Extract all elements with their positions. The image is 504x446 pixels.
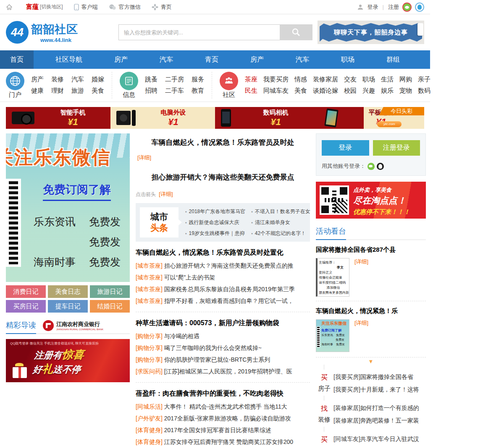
headline-link[interactable]: 42个不能忘记的名字！ [251, 230, 310, 237]
community-link[interactable]: 生活 [381, 76, 394, 83]
register-link[interactable]: 注册 [388, 3, 399, 11]
register-login-button[interactable]: 注册登录 [373, 140, 420, 156]
nav-item-community-guide[interactable]: 社区导航 [45, 50, 92, 69]
list-item[interactable]: [购物分享]与冷喝的相遇 [136, 330, 310, 342]
topic-tag[interactable]: [同城车友] [333, 436, 360, 442]
topic-tag[interactable]: [体育健身] [136, 438, 163, 445]
list-item[interactable]: [同城乐活]大事件！ 精武会-连州杰龙武术馆携手 当地11大 [136, 401, 310, 412]
portal-link[interactable]: 房产 [31, 76, 44, 83]
topic-tag[interactable]: [户外驴友] [136, 415, 163, 422]
nav-item-career[interactable]: 职场 [331, 50, 365, 69]
topic-tag[interactable]: [装修家居] [333, 404, 360, 411]
promo-pc-peripherals[interactable]: 电脑外设 ¥1 [110, 107, 215, 129]
portal-link[interactable]: 理财 [51, 87, 64, 95]
portal-link[interactable]: 装修 [51, 76, 64, 83]
top-headline-1[interactable]: 车辆自燃起火，情况紧急！乐东路管员及时处 [136, 138, 310, 147]
topic-text[interactable]: 十月新规，来了！这将 [360, 386, 419, 393]
list-item[interactable]: [同城车友]共享汽车今日入驻武汉 [333, 433, 419, 445]
nav-item-qingye[interactable]: 青页 [195, 50, 228, 69]
topic-text[interactable]: 奔跑吧装修！五一家装 [360, 417, 419, 424]
search-input[interactable] [118, 24, 280, 40]
nav-item-auto[interactable]: 汽车 [150, 50, 183, 69]
list-item[interactable]: [装修家居]奔跑吧装修！五一家装 [333, 414, 419, 427]
community-link[interactable]: 职场 [362, 76, 375, 83]
topic-tag[interactable]: [我要买房] [333, 373, 360, 380]
topic-text[interactable]: 2017全新版-张家界旅游攻略，防骗必读自助游攻 [164, 415, 291, 422]
takeout-qr-ad[interactable]: 点外卖，享美食 尽在淘点点！ 优惠停不下来！！！ [316, 182, 426, 219]
community-label[interactable]: 社区 [223, 91, 235, 99]
list-item[interactable]: [城市茶座]可以“爬”上去的书架 [136, 271, 310, 283]
nav-item-groups[interactable]: 群组 [376, 50, 410, 69]
topic-tag[interactable]: [城市茶座] [136, 274, 163, 281]
nav-item-home[interactable]: 首页 [0, 50, 34, 69]
portal-link[interactable]: 旅游 [71, 87, 84, 95]
topic-text[interactable]: 与冷喝的相遇 [164, 333, 200, 339]
topic-text[interactable]: [江苏]相城区第二人民医院，2019年招聘护理、医 [164, 368, 292, 375]
wechat-login-icon[interactable] [368, 163, 375, 170]
activity-item-title[interactable]: 车辆自燃起火，情况紧急！乐 [316, 307, 426, 315]
topic-text[interactable]: 你的肌肤护理管家已就位-BRTC男士系列 [164, 356, 270, 363]
headline-link[interactable]: 2018年广东各地市落马官 [185, 208, 245, 215]
list-item[interactable]: [求医问药][江苏]相城区第二人民医院，2019年招聘护理、医 [136, 365, 310, 377]
topic-text[interactable]: 指甲不好看，灰暗难看而感到自卑？用它试一试， [164, 297, 294, 304]
community-icon-block[interactable]: 社区 [220, 72, 238, 99]
header-ad-banner[interactable]: 聊聊天下事，韶韶身边事 [318, 21, 424, 44]
topic-tag[interactable]: [城市茶座] [136, 262, 163, 269]
community-link[interactable]: 情感 [294, 76, 307, 83]
headline-link[interactable]: 践行新使命忠诚保大庆 [185, 219, 245, 226]
topic-text[interactable]: 喝了三年咖啡的我为什么会突然戒掉~ [164, 344, 262, 351]
home-link[interactable] [6, 4, 15, 10]
info-link[interactable]: 招聘 [145, 87, 158, 95]
community-link[interactable]: 我要买房 [263, 76, 289, 83]
community-link[interactable]: 交友 [344, 76, 357, 83]
topic-text[interactable]: 国家税务总局乐东黎族自治县税务局2019年第三季 [164, 286, 295, 292]
community-link[interactable]: 亲子 [418, 76, 430, 83]
detail-link[interactable]: [详细] [159, 191, 173, 197]
topic-tag[interactable]: [城市茶座] [136, 286, 163, 292]
activity-thumbnail-ad[interactable]: 关注乐东微信 免费订阅了解 乐东资讯 免费发 免费发 海南时事 免费发 [316, 319, 349, 352]
section-title[interactable]: 蓓盈纤：肉在膳食营养中的重要性，不吃肉老得快 [136, 389, 310, 398]
section-title[interactable]: 车辆自燃起火，情况紧急！乐东路管员及时处置化 [136, 248, 310, 257]
headline-link[interactable]: 19岁女生跳楼事件｜患抑 [185, 230, 245, 237]
info-link[interactable]: 二手车 [165, 87, 184, 95]
diary-button-house[interactable]: 买房日记 [6, 300, 46, 313]
topic-tag[interactable]: [购物分享] [136, 333, 163, 339]
topic-text[interactable]: 可以“爬”上去的书架 [164, 274, 215, 281]
qingye-link[interactable]: 青页 [152, 3, 172, 11]
nav-item-auto-2[interactable]: 汽车 [286, 50, 319, 69]
headline-link[interactable]: 不堪入目！数名男子在女 [251, 208, 310, 215]
topic-text[interactable]: 共享汽车今日入驻武汉 [360, 436, 419, 442]
topic-tag[interactable]: [体育健身] [136, 427, 163, 433]
topic-tag[interactable]: [装修家居] [333, 417, 360, 424]
portal-link[interactable]: 美食 [92, 87, 104, 95]
section-title[interactable]: 种草生活邀请码：000573，新用户注册领购物袋 [136, 319, 310, 328]
list-item[interactable]: [体育健身]2017年全国女排冠军赛首日比赛结果综述 [136, 424, 310, 436]
topic-text[interactable]: 国家将撤掉全国各省 [360, 373, 413, 380]
info-icon-block[interactable]: 信息 [120, 72, 138, 99]
qq-login-icon[interactable] [377, 163, 384, 170]
list-item[interactable]: [购物分享]喝了三年咖啡的我为什么会突然戒掉~ [136, 342, 310, 354]
diary-button-food[interactable]: 美食日志 [48, 285, 88, 298]
info-link[interactable]: 教育 [192, 87, 204, 95]
community-link[interactable]: 娱乐 [381, 87, 394, 95]
community-link[interactable]: 美食 [294, 87, 307, 95]
info-label[interactable]: 信息 [123, 91, 135, 99]
community-link[interactable]: 兴趣 [362, 87, 375, 95]
diary-button-consume[interactable]: 消费日记 [6, 285, 46, 298]
topic-text[interactable]: 担心旅游开销大？海南这些美翻天还免费景点的推 [164, 262, 294, 269]
portal-link[interactable]: 汽车 [71, 76, 84, 83]
list-item[interactable]: [我要买房]十月新规，来了！这将 [333, 383, 419, 396]
community-link[interactable]: 网购 [399, 76, 412, 83]
list-item[interactable]: [装修家居]如何打造一个有质感的 [333, 402, 419, 414]
login-button[interactable]: 登录 [322, 140, 369, 156]
region-selector[interactable]: 富蕴 [切换地区] [26, 3, 63, 11]
topic-tag[interactable]: [购物分享] [136, 344, 163, 351]
community-link[interactable]: 校园 [344, 87, 357, 95]
list-item[interactable]: [我要买房]国家将撤掉全国各省 [333, 370, 419, 383]
topic-text[interactable]: 2017年全国女排冠军赛首日比赛结果综述 [164, 427, 271, 433]
portal-label[interactable]: 门户 [9, 91, 21, 99]
list-item[interactable]: [体育健身]江苏女排夺冠后龚翔宇痛哭 赞助商奖江苏女排200 [136, 436, 310, 446]
list-item[interactable]: [城市茶座]担心旅游开销大？海南这些美翻天还免费景点的推 [136, 260, 310, 271]
info-link[interactable]: 服务 [192, 76, 204, 83]
region-switch-label[interactable]: [切换地区] [40, 3, 63, 10]
